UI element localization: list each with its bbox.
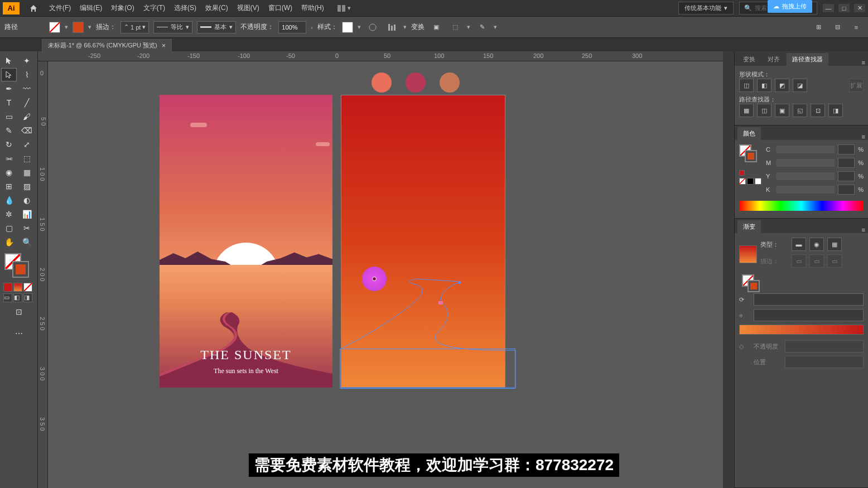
- eyedropper-tool[interactable]: 💧: [1, 194, 17, 207]
- merge-button[interactable]: ▣: [775, 104, 789, 117]
- canvas-area[interactable]: THE SUNSET The sun sets in the West: [48, 61, 723, 488]
- black-swatch[interactable]: [747, 178, 754, 185]
- stroke-weight-input[interactable]: ⌃1 pt▾: [120, 21, 149, 33]
- unite-button[interactable]: ◫: [739, 79, 754, 92]
- panel-menu-icon[interactable]: ≡: [862, 226, 865, 233]
- symbol-sprayer-tool[interactable]: ✲: [1, 207, 17, 221]
- menu-effect[interactable]: 效果(C): [201, 1, 233, 16]
- upload-button[interactable]: ☁ 拖拽上传: [768, 0, 812, 13]
- workspace-dropdown[interactable]: 传统基本功能▾: [678, 2, 734, 15]
- color-dot-1[interactable]: [372, 73, 392, 93]
- home-icon[interactable]: [28, 3, 39, 14]
- type-tool[interactable]: T: [1, 96, 17, 109]
- isolate-icon[interactable]: ▣: [429, 20, 443, 35]
- white-swatch[interactable]: [755, 178, 761, 185]
- perspective-tool[interactable]: ▦: [19, 166, 35, 179]
- close-button[interactable]: ✕: [854, 4, 865, 12]
- linear-gradient-button[interactable]: ▬: [792, 238, 806, 251]
- panel-menu-icon[interactable]: ≡: [862, 133, 865, 140]
- eraser-tool[interactable]: ⌫: [19, 124, 35, 137]
- minimize-button[interactable]: —: [823, 4, 834, 12]
- curvature-tool[interactable]: 〰: [19, 82, 35, 95]
- list-icon[interactable]: ≡: [849, 20, 864, 35]
- draw-behind[interactable]: ◧: [13, 293, 22, 302]
- tab-align[interactable]: 对齐: [762, 53, 785, 66]
- minus-front-button[interactable]: ◧: [757, 79, 771, 92]
- magic-wand-tool[interactable]: ✦: [19, 54, 35, 67]
- tab-close-icon[interactable]: ×: [162, 41, 166, 50]
- menu-file[interactable]: 文件(F): [45, 1, 75, 16]
- c-value[interactable]: [838, 144, 855, 154]
- screen-mode[interactable]: ⊡: [1, 305, 36, 318]
- graph-tool[interactable]: 📊: [19, 207, 35, 221]
- gradient-tool[interactable]: ▨: [19, 180, 35, 193]
- blend-tool[interactable]: ◐: [19, 194, 35, 207]
- color-mode-gradient[interactable]: [13, 283, 22, 292]
- tab-gradient[interactable]: 渐变: [737, 220, 761, 233]
- tab-transform[interactable]: 变换: [737, 53, 761, 66]
- shape-icon[interactable]: ⬚: [448, 20, 462, 35]
- pen-tool[interactable]: ✒: [1, 82, 17, 95]
- edit-toolbar[interactable]: ⋯: [1, 327, 36, 340]
- zoom-tool[interactable]: 🔍: [19, 235, 35, 249]
- align-icon[interactable]: [384, 20, 399, 35]
- fill-swatch[interactable]: [49, 22, 60, 33]
- slice-tool[interactable]: ✂: [19, 221, 35, 235]
- tab-color[interactable]: 颜色: [737, 127, 761, 140]
- artboard-tool[interactable]: ▢: [1, 221, 17, 235]
- color-mode-solid[interactable]: [3, 283, 12, 292]
- menu-edit[interactable]: 编辑(E): [75, 1, 107, 16]
- k-value[interactable]: [838, 185, 855, 195]
- c-slider[interactable]: [776, 146, 835, 153]
- y-slider[interactable]: [776, 172, 835, 180]
- gradient-stroke-swatch[interactable]: [748, 280, 760, 292]
- color-dot-3[interactable]: [440, 73, 460, 93]
- artboard-2[interactable]: [341, 95, 505, 388]
- scale-tool[interactable]: ⤢: [19, 138, 35, 151]
- gradient-preview-swatch[interactable]: [739, 245, 757, 263]
- rectangle-tool[interactable]: ▭: [1, 110, 17, 123]
- panel-menu-icon[interactable]: ≡: [862, 59, 865, 66]
- mesh-tool[interactable]: ⊞: [1, 180, 17, 193]
- grid-icon[interactable]: ⊞: [811, 20, 826, 35]
- minus-back-button[interactable]: ◨: [828, 104, 843, 117]
- style-swatch[interactable]: [342, 22, 353, 33]
- artboard-1[interactable]: THE SUNSET The sun sets in the West: [160, 95, 332, 388]
- rotate-tool[interactable]: ↻: [1, 138, 17, 151]
- stroke-swatch[interactable]: [73, 22, 84, 33]
- color-mode-none[interactable]: [23, 283, 32, 292]
- menu-help[interactable]: 帮助(H): [297, 1, 329, 16]
- angle-input[interactable]: [754, 293, 864, 306]
- intersect-button[interactable]: ◩: [775, 79, 789, 92]
- y-value[interactable]: [838, 171, 855, 181]
- snap-icon[interactable]: ⊟: [830, 20, 845, 35]
- m-slider[interactable]: [776, 159, 835, 167]
- menu-type[interactable]: 文字(T): [139, 1, 170, 16]
- edit-icon[interactable]: ✎: [475, 20, 489, 35]
- line-tool[interactable]: ╱: [19, 96, 35, 109]
- aspect-input[interactable]: [754, 309, 864, 321]
- radial-gradient-button[interactable]: ◉: [809, 238, 824, 251]
- menu-view[interactable]: 视图(V): [233, 1, 264, 16]
- opacity-input[interactable]: [278, 21, 306, 33]
- tab-pathfinder[interactable]: 路径查找器: [787, 53, 828, 66]
- fill-stroke-indicator[interactable]: [4, 253, 36, 280]
- free-transform-tool[interactable]: ⬚: [19, 152, 35, 165]
- collapsed-panel-strip[interactable]: [723, 51, 734, 488]
- width-profile-dropdown[interactable]: 等比▾: [153, 21, 192, 33]
- stroke-indicator[interactable]: [12, 261, 29, 278]
- draw-inside[interactable]: ◨: [23, 293, 32, 302]
- color-spectrum[interactable]: [739, 201, 864, 211]
- outline-button[interactable]: ⊡: [811, 104, 825, 117]
- crop-button[interactable]: ◱: [793, 104, 807, 117]
- divide-button[interactable]: ▦: [739, 104, 754, 117]
- exclude-button[interactable]: ◪: [793, 79, 807, 92]
- hand-tool[interactable]: ✋: [1, 235, 17, 249]
- document-tab[interactable]: 未标题-1* @ 66.67% (CMYK/GPU 预览) ×: [42, 39, 172, 51]
- direct-selection-tool[interactable]: [1, 68, 17, 81]
- draw-normal[interactable]: ▭: [3, 293, 12, 302]
- freeform-gradient-button[interactable]: ▦: [827, 238, 842, 251]
- recolor-icon[interactable]: [365, 20, 380, 35]
- m-value[interactable]: [838, 158, 855, 168]
- menu-select[interactable]: 选择(S): [170, 1, 201, 16]
